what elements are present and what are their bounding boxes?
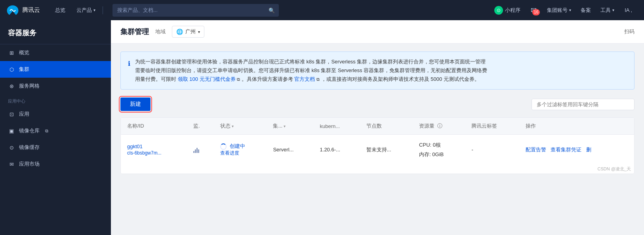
col-resource: 资源量 ⓘ (413, 118, 465, 135)
sidebar-item-app[interactable]: ⊡ 应用 (0, 106, 111, 122)
sidebar-item-app-market[interactable]: ✉ 应用市场 (0, 156, 111, 172)
cell-cluster-type: Serverl... (267, 135, 313, 164)
loading-spinner (220, 143, 227, 150)
cell-name: ggkt01 cls-6bsbgw7m... (121, 135, 187, 164)
tools-chevron-icon: ▾ (612, 8, 614, 12)
mail-button[interactable]: ✉ 16 (525, 6, 542, 15)
notice-link-voucher[interactable]: 领取 100 元无门槛代金券 (178, 76, 236, 82)
sidebar: 容器服务 ⊞ 概览 ⬡ 集群 ⊛ 服务网格 应用中心 ⊡ 应用 ▣ 镜像仓库 ⧉… (0, 20, 111, 235)
resource-info: CPU: 0核 内存: 0GiB (419, 140, 459, 159)
qr-code-button[interactable]: 扫码 (624, 28, 634, 35)
cache-icon: ⊙ (8, 144, 15, 151)
col-cluster-type[interactable]: 集... ▾ (267, 118, 313, 135)
cell-status: 创建中 查看进度 (214, 135, 267, 164)
cluster-filter-icon: ▾ (284, 124, 286, 128)
qr-label: 扫码 (624, 29, 634, 34)
page-title: 集群管理 (120, 27, 149, 36)
mini-program-button[interactable]: ⊙ 小程序 (490, 6, 525, 15)
region-value: 广州 (185, 28, 196, 35)
cell-kubernetes: 1.20.6-... (314, 135, 360, 164)
notice-external-icon2: ⧉ (316, 77, 320, 82)
sidebar-item-cluster[interactable]: ⬡ 集群 (0, 61, 111, 78)
sidebar-item-service-mesh[interactable]: ⊛ 服务网格 (0, 78, 111, 94)
region-label: 地域 (155, 28, 166, 35)
bar-chart-icon (193, 147, 208, 153)
mesh-icon: ⊛ (8, 82, 15, 90)
cell-tags: - (465, 135, 519, 164)
filing-button[interactable]: 备案 (576, 7, 596, 14)
cell-monitor (187, 135, 214, 164)
cell-resource: CPU: 0核 内存: 0GiB (413, 135, 465, 164)
content-area: ℹ 为统一容器集群创建管理和使用体验，容器服务产品控制台现已正式将标准 k8s … (111, 44, 644, 182)
chevron-down-icon: ▾ (93, 8, 95, 12)
cell-actions: 配置告警 查看集群凭证 删 (519, 135, 634, 164)
cpu-value: CPU: 0核 (419, 140, 459, 149)
col-name: 名称/ID (121, 118, 187, 135)
main-content: 集群管理 地域 🌐 广州 ▾ 扫码 ℹ 为统一容器集群创建管理和使用体验，容器服… (111, 20, 644, 235)
globe-icon: 🌐 (176, 29, 183, 35)
app-icon: ⊡ (8, 111, 15, 118)
sidebar-item-label: 服务网格 (19, 82, 40, 90)
notice-text: 为统一容器集群创建管理和使用体验，容器服务产品控制台现已正式将标准 k8s 集群… (135, 57, 487, 84)
sidebar-item-label: 镜像仓库 (19, 127, 40, 134)
resource-info-icon: ⓘ (437, 123, 442, 129)
mini-program-label: 小程序 (505, 7, 520, 14)
sidebar-item-image-cache[interactable]: ⊙ 镜像缓存 (0, 139, 111, 156)
account-label: 集团账号 (547, 7, 568, 14)
sidebar-item-overview[interactable]: ⊞ 概览 (0, 44, 111, 61)
mail-badge: 16 (532, 9, 540, 15)
status-text: 创建中 (230, 143, 245, 149)
notice-external-icon1: ⧉ (237, 77, 240, 82)
account-button[interactable]: 集团账号 ▾ (542, 7, 576, 14)
mini-program-icon: ⊙ (494, 6, 503, 15)
cluster-name-link[interactable]: ggkt01 (127, 143, 143, 149)
configure-alert-link[interactable]: 配置告警 (526, 147, 546, 153)
sidebar-item-image-repo[interactable]: ▣ 镜像仓库 ⧉ (0, 122, 111, 139)
col-actions: 操作 (519, 118, 634, 135)
table-row: ggkt01 cls-6bsbgw7m... (121, 135, 634, 164)
watermark: CSDN @凌北_天 (121, 164, 634, 174)
new-cluster-button[interactable]: 新建 (120, 97, 151, 111)
search-icon[interactable]: 🔍 (269, 7, 275, 13)
sidebar-item-label: 应用 (19, 111, 29, 118)
region-selector[interactable]: 🌐 广州 ▾ (172, 26, 204, 38)
notice-link-docs[interactable]: 官方文档 (294, 76, 315, 82)
memory-value: 内存: 0GiB (419, 150, 459, 159)
sidebar-item-label: 集群 (19, 66, 29, 73)
sidebar-header: 容器服务 (0, 20, 111, 44)
top-navigation: 腾讯云 总览 云产品 ▾ 🔍 ⊙ 小程序 ✉ 16 集团账号 ▾ 备案 工具 ▾ (0, 0, 644, 20)
cell-nodes: 暂未支持... (360, 135, 413, 164)
notice-banner: ℹ 为统一容器集群创建管理和使用体验，容器服务产品控制台现已正式将标准 k8s … (120, 52, 634, 90)
nav-products[interactable]: 云产品 ▾ (71, 0, 101, 20)
tools-button[interactable]: 工具 ▾ (596, 7, 619, 14)
table-header-row: 名称/ID 监. 状态 ▾ 集... (121, 118, 634, 135)
filter-input[interactable] (532, 99, 634, 110)
market-icon: ✉ (8, 160, 15, 168)
tools-label: 工具 (600, 7, 611, 14)
sidebar-group-app-center: 应用中心 (0, 94, 111, 106)
ia-text: IA , (619, 0, 638, 20)
search-input[interactable] (112, 4, 279, 17)
nav-divider (103, 6, 103, 14)
col-status[interactable]: 状态 ▾ (214, 118, 267, 135)
image-repo-icon: ▣ (8, 127, 15, 134)
more-actions-link[interactable]: 删 (586, 147, 591, 153)
view-progress-link[interactable]: 查看进度 (220, 150, 260, 157)
view-credential-link[interactable]: 查看集群凭证 (551, 147, 581, 153)
data-table: 名称/ID 监. 状态 ▾ 集... (121, 118, 634, 164)
sidebar-item-label: 应用市场 (19, 160, 40, 168)
nav-overview[interactable]: 总览 (50, 0, 71, 20)
col-nodes: 节点数 (360, 118, 413, 135)
cluster-id: cls-6bsbgw7m... (127, 150, 181, 156)
top-nav-right: ⊙ 小程序 ✉ 16 集团账号 ▾ 备案 工具 ▾ IA , (490, 0, 638, 20)
cluster-icon: ⬡ (8, 66, 15, 73)
external-link-icon: ⧉ (45, 128, 48, 134)
search-area: 🔍 (112, 4, 279, 17)
info-icon: ℹ (128, 58, 130, 84)
logo-text: 腾讯云 (22, 6, 40, 14)
grid-icon: ⊞ (8, 49, 15, 56)
col-monitor: 监. (187, 118, 214, 135)
logo[interactable]: 腾讯云 (6, 5, 40, 16)
page-header: 集群管理 地域 🌐 广州 ▾ 扫码 (111, 20, 644, 44)
col-kubernetes: kubern... (314, 118, 360, 135)
